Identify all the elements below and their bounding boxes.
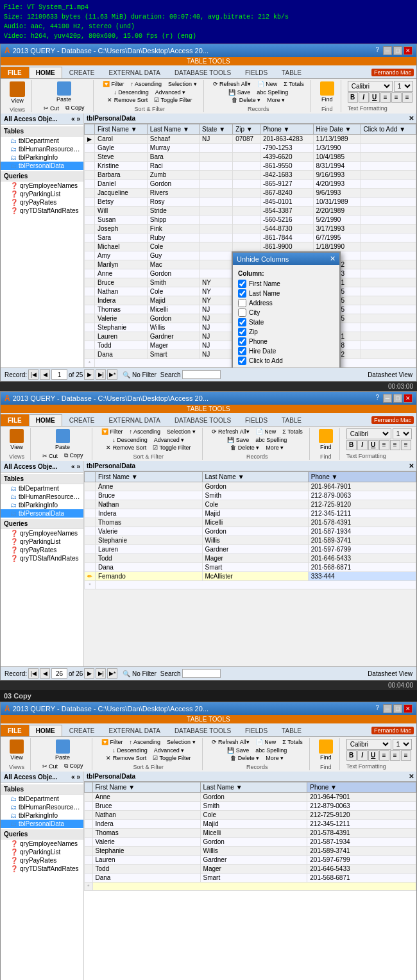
ascending-btn[interactable]: ↑ Ascending xyxy=(128,80,165,88)
refresh-btn-2[interactable]: ⟳ Refresh All▾ xyxy=(209,428,252,435)
tab-fields-3[interactable]: FIELDS xyxy=(238,725,275,736)
sidebar-item-park-2[interactable]: 🗂tblParkingInfo xyxy=(1,501,83,509)
tab-table-3[interactable]: TABLE xyxy=(275,725,309,736)
table-row[interactable]: Stephanie Willis 201-589-3741 xyxy=(85,536,416,545)
refresh-btn[interactable]: ⟳ Refresh All▾ xyxy=(210,80,253,88)
sidebar-item-tdstaff[interactable]: ❓qryTDStaffAndRates xyxy=(1,207,83,215)
sidebar-item-hr-2[interactable]: 🗂tblHumanResourcesData xyxy=(1,493,83,501)
table-row[interactable]: Michael Cole -861-9900 1/18/1990 xyxy=(85,242,416,251)
copy-btn[interactable]: ⧉ Copy xyxy=(63,104,87,112)
bold-btn-2[interactable]: B xyxy=(346,440,357,450)
table-row[interactable]: Indera Majid 212-345-1211 xyxy=(85,509,416,518)
column-checkbox[interactable] xyxy=(238,337,246,346)
remove-sort-btn[interactable]: ✕ Remove Sort xyxy=(105,96,150,104)
center-align-btn[interactable]: ≡ xyxy=(391,92,402,103)
find-btn-3[interactable]: Find xyxy=(316,738,336,762)
bold-btn-3[interactable]: B xyxy=(346,750,357,761)
remove-sort-btn-3[interactable]: ✕ Remove Sort xyxy=(103,754,149,762)
table-row[interactable]: Stephanie Willis 201-589-3741 xyxy=(85,847,416,856)
tab-table-1[interactable]: TABLE xyxy=(275,67,309,78)
toggle-filter-btn[interactable]: ☑ Toggle Filter xyxy=(151,96,194,104)
table-row[interactable]: Valerie Gordon 201-587-1934 xyxy=(85,838,416,847)
sidebar-item-employees[interactable]: ❓qryEmployeeNames xyxy=(1,182,83,190)
table-row[interactable]: Bruce Smith 212-879-0063 xyxy=(85,802,416,811)
restore-btn[interactable]: □ xyxy=(393,46,402,55)
right-align-btn-3[interactable]: ≡ xyxy=(401,750,411,761)
sidebar-item-park-3[interactable]: 🗂tblParkingInfo xyxy=(1,811,83,820)
italic-btn-3[interactable]: I xyxy=(357,750,368,761)
table-row[interactable]: ▶ Carol Schaaf NJ 07087 201-863-4283 11/… xyxy=(85,135,416,144)
table-row[interactable]: Jacqueline Rivers -867-8240 9/6/1993 xyxy=(85,189,416,198)
tab-fields-1[interactable]: FIELDS xyxy=(238,67,275,78)
col-phone-2[interactable]: Phone ▼ xyxy=(308,472,416,482)
help-btn-3[interactable]: ? xyxy=(375,704,379,713)
tab-home-2[interactable]: HOME xyxy=(29,414,62,426)
sidebar-item-qry-park-2[interactable]: ❓qryParkingList xyxy=(1,537,83,546)
search-input-2[interactable] xyxy=(182,669,221,678)
find-btn[interactable]: Find xyxy=(318,80,337,104)
tab-table-2[interactable]: TABLE xyxy=(275,414,309,426)
help-btn-2[interactable]: ? xyxy=(375,394,379,403)
restore-btn-3[interactable]: □ xyxy=(393,704,402,713)
delete-btn-2[interactable]: 🗑 Delete ▾ xyxy=(228,444,262,452)
tab-database-1[interactable]: DATABASE TOOLS xyxy=(167,67,238,78)
sidebar-item-qry-emp-2[interactable]: ❓qryEmployeeNames xyxy=(1,529,83,537)
tab-external-3[interactable]: EXTERNAL DATA xyxy=(102,725,167,736)
save-btn[interactable]: 💾 Save xyxy=(226,89,253,96)
first-record-btn[interactable]: |◀ xyxy=(28,369,38,380)
filter-btn-3[interactable]: 🔽 Filter xyxy=(99,738,126,746)
filter-btn[interactable]: 🔽 Filter xyxy=(100,80,127,88)
ascending-btn-3[interactable]: ↑ Ascending xyxy=(127,738,164,746)
remove-sort-btn-2[interactable]: ✕ Remove Sort xyxy=(103,444,149,452)
col-fn-3[interactable]: First Name ▼ xyxy=(92,782,200,793)
next-record-btn[interactable]: ▶ xyxy=(84,369,94,380)
right-align-btn[interactable]: ≡ xyxy=(402,92,413,103)
column-checkbox[interactable] xyxy=(238,318,246,326)
font-size-select-3[interactable]: 11 xyxy=(393,739,412,750)
table-row[interactable]: Dana Smart 201-568-6871 xyxy=(85,563,416,572)
sidebar-item-qry-td-3[interactable]: ❓qryTDStaffAndRates xyxy=(1,865,83,873)
sidebar-item-hr[interactable]: 🗂tblHumanResourcesData xyxy=(1,145,83,153)
table-row[interactable]: Daniel Gordon -865-9127 4/20/1993 xyxy=(85,180,416,189)
table-row[interactable]: Betsy Rosy -845-0101 10/31/1989 xyxy=(85,198,416,207)
spelling-btn-3[interactable]: abc Spelling xyxy=(253,747,289,754)
underline-btn[interactable]: U xyxy=(370,92,380,103)
cut-btn-2[interactable]: ✂ Cut xyxy=(40,452,61,460)
font-size-select-2[interactable]: 11 xyxy=(393,428,412,439)
table-row[interactable]: Nathan Cole 212-725-9120 xyxy=(85,811,416,820)
sidebar-item-parkinglist[interactable]: ❓qryParkingList xyxy=(1,190,83,198)
col-clicktoadd[interactable]: Click to Add ▼ xyxy=(361,124,416,135)
more-btn[interactable]: More ▾ xyxy=(264,96,287,104)
next-record-btn-2[interactable]: ▶ xyxy=(84,668,94,679)
col-hiredate[interactable]: Hire Date ▼ xyxy=(313,124,361,135)
close-btn-window-3[interactable]: ✕ xyxy=(404,704,413,713)
sidebar-item-department[interactable]: 🗂tblDepartment xyxy=(1,137,83,145)
table-row[interactable]: Valerie Gordon 201-587-1934 xyxy=(85,527,416,536)
advanced-btn[interactable]: Advanced ▾ xyxy=(153,89,189,96)
col-phone-3[interactable]: Phone ▼ xyxy=(307,782,416,793)
table-row[interactable]: Todd Mager 201-646-5433 xyxy=(85,865,416,874)
table-row[interactable]: Gayle Murray -790-1253 1/3/1990 xyxy=(85,144,416,153)
table-row[interactable]: Susan Shipp -560-5216 5/2/1990 xyxy=(85,215,416,224)
sidebar-item-qry-park-3[interactable]: ❓qryParkingList xyxy=(1,848,83,856)
selection-btn[interactable]: Selection ▾ xyxy=(166,80,200,88)
minimize-btn-2[interactable]: ─ xyxy=(383,394,392,403)
tab-external-2[interactable]: EXTERNAL DATA xyxy=(102,414,167,426)
column-checkbox[interactable] xyxy=(238,328,246,336)
sidebar-item-dept-2[interactable]: 🗂tblDepartment xyxy=(1,484,83,493)
no-filter-label[interactable]: 🔍 No Filter xyxy=(123,371,157,378)
descending-btn-2[interactable]: ↓ Descending xyxy=(110,436,150,444)
table-row[interactable]: Sara Ruby -861-7844 6/7/1995 xyxy=(85,233,416,242)
filter-btn-2[interactable]: 🔽 Filter xyxy=(99,428,126,435)
tab-create-2[interactable]: CREATE xyxy=(62,414,102,426)
minimize-btn[interactable]: ─ xyxy=(383,46,392,55)
col-phone[interactable]: Phone ▼ xyxy=(260,124,313,135)
descending-btn[interactable]: ↓ Descending xyxy=(111,89,151,96)
save-btn-3[interactable]: 💾 Save xyxy=(225,747,251,754)
close-btn-window-2[interactable]: ✕ xyxy=(404,394,413,403)
new-btn-3[interactable]: 📄 New xyxy=(253,738,279,746)
sidebar-item-hr-3[interactable]: 🗂tblHumanResourcesData xyxy=(1,803,83,811)
spelling-btn[interactable]: abc Spelling xyxy=(254,89,291,96)
underline-btn-3[interactable]: U xyxy=(368,750,379,761)
italic-btn[interactable]: I xyxy=(359,92,369,103)
